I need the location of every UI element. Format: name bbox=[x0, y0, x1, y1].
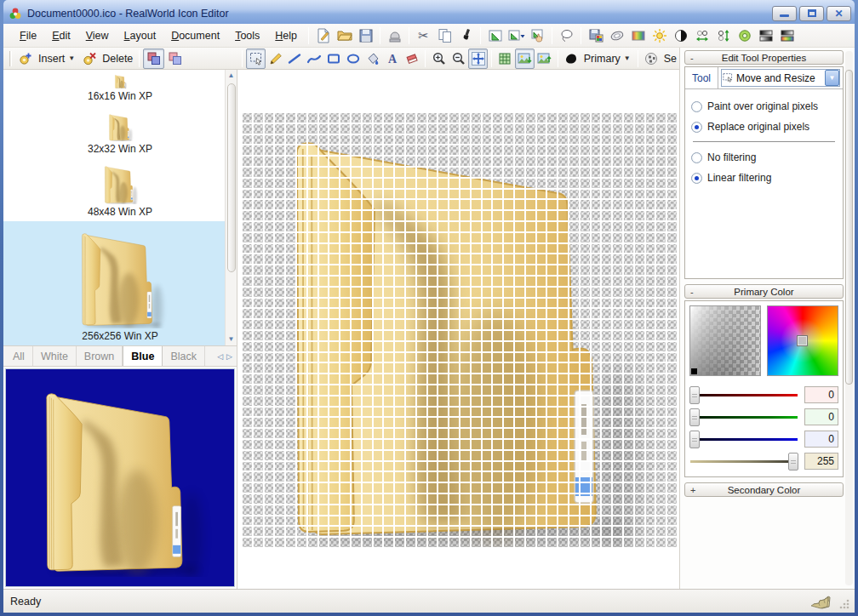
hue-icon[interactable] bbox=[734, 26, 755, 46]
preview-menu-icon[interactable] bbox=[506, 26, 527, 46]
primary-color-button[interactable]: Primary bbox=[584, 53, 621, 65]
levels-icon[interactable] bbox=[755, 26, 776, 46]
menu-help[interactable]: Help bbox=[267, 26, 305, 45]
primary-dropdown-icon[interactable]: ▼ bbox=[624, 54, 631, 62]
sidebar-scrollbar[interactable] bbox=[845, 51, 853, 585]
tab-white[interactable]: White bbox=[33, 346, 77, 366]
resize-grip[interactable] bbox=[838, 596, 849, 607]
radio-replace[interactable]: Replace original pixels bbox=[691, 117, 837, 137]
radio-selected-icon[interactable] bbox=[691, 122, 702, 133]
fill-icon[interactable] bbox=[363, 48, 383, 69]
lasso-icon[interactable] bbox=[556, 26, 577, 46]
green-value[interactable]: 0 bbox=[804, 408, 838, 425]
list-item-selected[interactable]: 256x256 Win XP bbox=[3, 221, 237, 345]
contrast-icon[interactable] bbox=[670, 26, 691, 46]
new-image-wizard-icon[interactable] bbox=[143, 48, 164, 69]
line-icon[interactable] bbox=[285, 48, 305, 69]
image-grid-icon[interactable] bbox=[515, 48, 535, 69]
drag-drop-icon[interactable] bbox=[527, 26, 548, 46]
red-value[interactable]: 0 bbox=[804, 386, 838, 403]
tool-select[interactable]: Move and Resize ▼ bbox=[721, 69, 840, 87]
menu-file[interactable]: File bbox=[12, 26, 44, 45]
radio-icon[interactable] bbox=[691, 101, 702, 112]
tab-scroll-right-icon[interactable]: ▷ bbox=[226, 352, 232, 361]
menu-document[interactable]: Document bbox=[163, 26, 227, 45]
slider-thumb[interactable] bbox=[689, 386, 700, 404]
copy-icon[interactable] bbox=[434, 26, 455, 46]
stamp-icon[interactable] bbox=[384, 26, 405, 46]
tab-scroll-left-icon[interactable]: ◁ bbox=[217, 352, 223, 361]
cut-icon[interactable]: ✂ bbox=[413, 26, 434, 46]
preview-icon[interactable] bbox=[484, 26, 506, 46]
image-grid-alt-icon[interactable] bbox=[535, 48, 554, 69]
grid-icon[interactable] bbox=[495, 48, 515, 69]
close-button[interactable]: ✕ bbox=[827, 6, 851, 21]
list-item[interactable]: 48x48 Win XP bbox=[3, 158, 237, 221]
alpha-slider[interactable] bbox=[689, 452, 798, 471]
scroll-down-icon[interactable]: ▼ bbox=[228, 334, 235, 345]
insert-dropdown-icon[interactable]: ▼ bbox=[68, 54, 75, 62]
save-colors-icon[interactable] bbox=[585, 26, 606, 46]
secondary-color-button[interactable]: Se bbox=[664, 53, 677, 65]
scrollbar-thumb[interactable] bbox=[845, 70, 853, 385]
brightness-icon[interactable] bbox=[649, 26, 670, 46]
radio-linear-filtering[interactable]: Linear filtering bbox=[691, 168, 837, 188]
radio-icon[interactable] bbox=[691, 152, 702, 163]
scrollbar-thumb[interactable] bbox=[227, 83, 236, 272]
stairs-icon[interactable] bbox=[810, 593, 831, 608]
list-item[interactable]: 32x32 Win XP bbox=[3, 106, 237, 158]
primary-color-icon[interactable] bbox=[562, 48, 581, 69]
hue-saturation-picker[interactable] bbox=[767, 305, 838, 376]
radio-no-filtering[interactable]: No filtering bbox=[691, 147, 837, 168]
scroll-up-icon[interactable]: ▲ bbox=[228, 70, 235, 82]
zoom-in-icon[interactable] bbox=[429, 48, 449, 69]
open-icon[interactable] bbox=[334, 26, 355, 46]
zoom-out-icon[interactable] bbox=[449, 48, 468, 69]
tab-all[interactable]: All bbox=[5, 346, 33, 366]
insert-icon[interactable] bbox=[14, 48, 36, 69]
secondary-color-header[interactable]: + Secondary Color bbox=[684, 482, 844, 497]
new-icon[interactable] bbox=[312, 26, 334, 46]
shadow-icon[interactable] bbox=[606, 26, 627, 46]
save-icon[interactable] bbox=[355, 26, 376, 46]
insert-button[interactable]: Insert bbox=[38, 53, 65, 65]
menu-view[interactable]: View bbox=[78, 26, 117, 45]
paste-icon[interactable] bbox=[455, 26, 477, 46]
radio-paint-over[interactable]: Paint over original pixels bbox=[691, 96, 837, 117]
minimize-button[interactable] bbox=[772, 6, 797, 21]
blue-slider[interactable] bbox=[689, 430, 798, 449]
collapse-icon[interactable]: - bbox=[690, 53, 694, 63]
secondary-color-icon[interactable] bbox=[642, 48, 661, 69]
curve-icon[interactable] bbox=[305, 48, 324, 69]
zoom-fit-icon[interactable] bbox=[468, 48, 488, 69]
green-slider[interactable] bbox=[689, 408, 798, 427]
color-levels-icon[interactable] bbox=[776, 26, 798, 46]
slider-thumb[interactable] bbox=[788, 453, 798, 471]
delete-icon[interactable] bbox=[78, 48, 100, 69]
luminance-alpha-picker[interactable] bbox=[689, 305, 761, 376]
radio-selected-icon[interactable] bbox=[691, 173, 702, 184]
tool-tab[interactable]: Tool bbox=[685, 67, 718, 88]
maximize-button[interactable] bbox=[799, 6, 824, 21]
blue-value[interactable]: 0 bbox=[804, 431, 838, 448]
alpha-value[interactable]: 255 bbox=[804, 453, 838, 470]
flip-horizontal-icon[interactable] bbox=[691, 26, 712, 46]
ellipse-icon[interactable] bbox=[344, 48, 363, 69]
delete-button[interactable]: Delete bbox=[102, 53, 133, 65]
tab-black[interactable]: Black bbox=[163, 346, 205, 366]
menu-tools[interactable]: Tools bbox=[227, 26, 267, 45]
duplicate-image-icon[interactable] bbox=[164, 48, 186, 69]
editor-canvas[interactable] bbox=[237, 70, 679, 589]
flip-vertical-icon[interactable] bbox=[712, 26, 734, 46]
slider-thumb[interactable] bbox=[689, 431, 700, 448]
list-item[interactable]: 16x16 Win XP bbox=[3, 70, 237, 106]
expand-icon[interactable]: + bbox=[690, 485, 695, 495]
slider-thumb[interactable] bbox=[689, 408, 700, 426]
tool-properties-header[interactable]: - Edit Tool Properties bbox=[684, 50, 844, 65]
format-list-scrollbar[interactable]: ▲ ▼ bbox=[225, 70, 237, 345]
chevron-down-icon[interactable]: ▼ bbox=[825, 70, 839, 86]
eraser-icon[interactable] bbox=[402, 48, 421, 69]
select-icon[interactable] bbox=[246, 48, 266, 69]
rectangle-icon[interactable] bbox=[324, 48, 344, 69]
primary-color-header[interactable]: - Primary Color bbox=[684, 284, 844, 299]
